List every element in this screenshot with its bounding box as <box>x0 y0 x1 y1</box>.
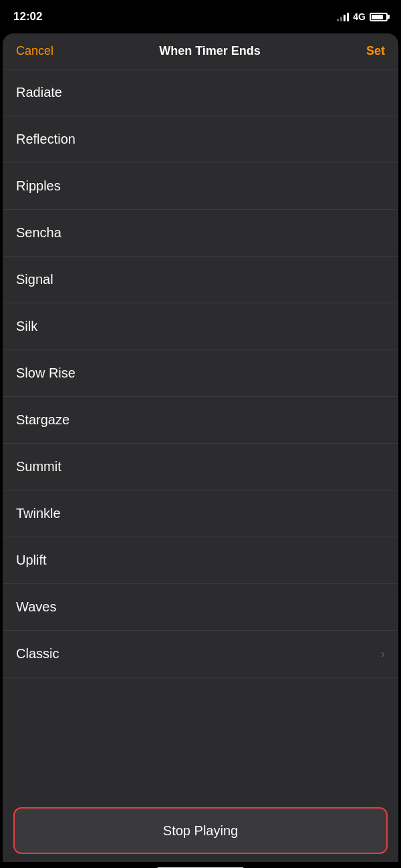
signal-bar-2 <box>340 17 342 21</box>
list-item-label-silk: Silk <box>16 319 37 334</box>
list-item-sencha[interactable]: Sencha <box>3 210 398 257</box>
list-item-label-radiate: Radiate <box>16 85 62 100</box>
list-item-twinkle[interactable]: Twinkle <box>3 490 398 537</box>
battery-fill <box>372 15 383 19</box>
list-item-uplift[interactable]: Uplift <box>3 537 398 584</box>
status-icons: 4G <box>337 11 388 22</box>
modal-container: Cancel When Timer Ends Set RadiateReflec… <box>3 33 398 862</box>
signal-bar-4 <box>347 13 349 21</box>
list-item-label-sencha: Sencha <box>16 225 61 241</box>
list-item-label-classic: Classic <box>16 646 59 662</box>
navigation-bar: Cancel When Timer Ends Set <box>3 33 398 69</box>
list-item-classic[interactable]: Classic› <box>3 631 398 678</box>
stop-playing-button[interactable]: Stop Playing <box>13 807 388 854</box>
network-label: 4G <box>353 11 366 22</box>
status-time: 12:02 <box>13 10 42 23</box>
list-item-label-slow-rise: Slow Rise <box>16 366 76 381</box>
battery-icon <box>370 13 388 21</box>
cancel-button[interactable]: Cancel <box>16 44 53 58</box>
set-button[interactable]: Set <box>366 44 385 58</box>
list-item-label-reflection: Reflection <box>16 132 76 147</box>
list-item-label-stargaze: Stargaze <box>16 412 70 428</box>
stop-playing-label: Stop Playing <box>163 823 238 839</box>
list-item-radiate[interactable]: Radiate <box>3 69 398 116</box>
stop-playing-section: Stop Playing <box>3 799 398 862</box>
signal-bar-1 <box>337 19 339 21</box>
list-item-stargaze[interactable]: Stargaze <box>3 397 398 444</box>
list-item-reflection[interactable]: Reflection <box>3 116 398 163</box>
list-item-slow-rise[interactable]: Slow Rise <box>3 350 398 397</box>
signal-bar-3 <box>344 15 346 21</box>
list-item-label-ripples: Ripples <box>16 178 61 194</box>
list-item-waves[interactable]: Waves <box>3 584 398 631</box>
chevron-right-icon: › <box>381 647 385 661</box>
list-item-label-twinkle: Twinkle <box>16 506 61 521</box>
list-item-label-signal: Signal <box>16 272 53 287</box>
list-item-signal[interactable]: Signal <box>3 257 398 303</box>
ringtone-list[interactable]: RadiateReflectionRipplesSenchaSignalSilk… <box>3 69 398 799</box>
list-item-silk[interactable]: Silk <box>3 303 398 350</box>
list-item-summit[interactable]: Summit <box>3 444 398 490</box>
page-title: When Timer Ends <box>159 44 261 58</box>
list-item-label-uplift: Uplift <box>16 553 47 568</box>
list-items: RadiateReflectionRipplesSenchaSignalSilk… <box>3 69 398 678</box>
list-item-ripples[interactable]: Ripples <box>3 163 398 210</box>
list-item-label-waves: Waves <box>16 599 56 615</box>
home-indicator <box>0 862 401 868</box>
status-bar: 12:02 4G <box>0 0 401 33</box>
list-item-label-summit: Summit <box>16 459 61 474</box>
signal-icon <box>337 12 349 21</box>
